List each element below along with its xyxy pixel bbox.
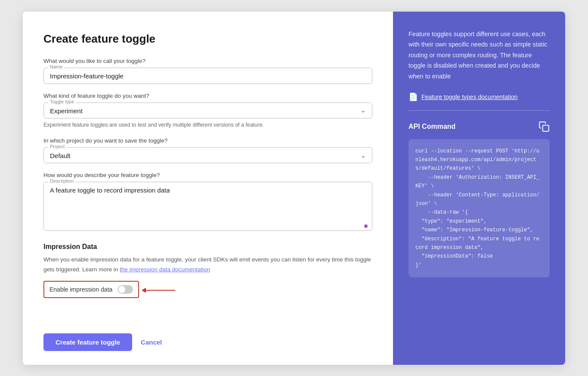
cancel-button[interactable]: Cancel (141, 339, 162, 346)
api-command-header: API Command (409, 121, 550, 132)
impression-section: Impression Data When you enable impressi… (43, 243, 372, 300)
api-code-block: curl --location --request POST 'http://u… (409, 139, 550, 277)
name-section: What would you like to call your toggle?… (43, 58, 372, 84)
impression-description: When you enable impression data for a fe… (43, 255, 372, 275)
toggle-type-question: What kind of feature toggle do you want? (43, 93, 372, 99)
impression-title: Impression Data (43, 243, 372, 251)
description-question: How would you describe your feature togg… (43, 172, 372, 178)
description-field-label: Description (48, 178, 75, 183)
toggle-type-hint: Experiment feature toggles are used to t… (43, 121, 372, 129)
doc-link[interactable]: Feature toggle types documentation (421, 93, 517, 100)
toggle-type-field-label: Toggle type (48, 99, 76, 104)
name-input[interactable] (50, 72, 366, 80)
toggle-type-section: What kind of feature toggle do you want?… (43, 93, 372, 129)
description-field-wrapper: Description A feature toggle to record i… (43, 182, 372, 231)
impression-data-doc-link[interactable]: the impression data documentation (120, 266, 210, 273)
right-info-text: Feature toggles support different use ca… (409, 29, 550, 82)
impression-toggle-label: Enable impression data (50, 286, 112, 293)
copy-icon[interactable] (538, 121, 550, 132)
impression-toggle-row: Enable impression data (43, 281, 139, 298)
impression-toggle-switch[interactable] (118, 285, 133, 294)
document-icon: 📄 (409, 92, 418, 102)
arrow-indicator (145, 290, 175, 291)
project-select[interactable]: Default (50, 152, 366, 159)
name-field-label: Name (48, 64, 64, 69)
project-question: In which project do you want to save the… (43, 137, 372, 144)
left-panel: Create feature toggle What would you lik… (23, 12, 393, 365)
project-select-wrapper: Project Default ⌄ (43, 147, 372, 163)
description-input[interactable]: A feature toggle to record impression da… (50, 186, 366, 225)
doc-link-row: 📄 Feature toggle types documentation (409, 92, 550, 111)
name-question: What would you like to call your toggle? (43, 58, 372, 64)
impression-toggle-container: Enable impression data (43, 281, 372, 300)
description-section: How would you describe your feature togg… (43, 172, 372, 231)
resize-handle (364, 224, 368, 228)
project-field-label: Project (48, 144, 66, 149)
toggle-type-select[interactable]: Experiment Release Operational Kill swit… (50, 107, 366, 115)
create-feature-toggle-button[interactable]: Create feature toggle (43, 333, 132, 351)
page-title: Create feature toggle (43, 32, 372, 46)
project-section: In which project do you want to save the… (43, 137, 372, 163)
right-panel: Feature toggles support different use ca… (393, 12, 565, 365)
form-actions: Create feature toggle Cancel (43, 325, 372, 351)
toggle-type-select-wrapper: Toggle type Experiment Release Operation… (43, 103, 372, 118)
modal-container: Create feature toggle What would you lik… (23, 12, 565, 365)
svg-rect-0 (543, 125, 549, 131)
api-command-title: API Command (409, 123, 455, 131)
name-field-wrapper: Name (43, 68, 372, 84)
arrow-line (145, 290, 175, 291)
